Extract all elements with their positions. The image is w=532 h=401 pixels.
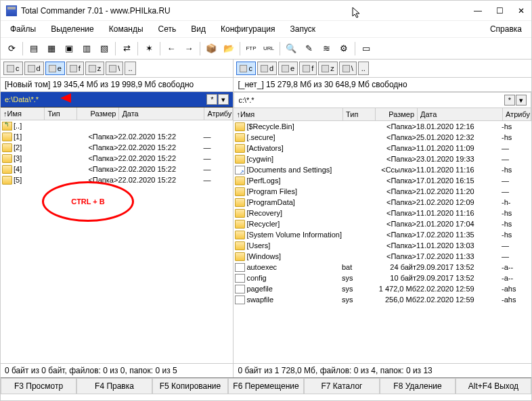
left-file-list[interactable]: [..][1]<Папка>22.02.2020 15:22—[2]<Папка… [1, 120, 233, 363]
file-row[interactable]: [5]<Папка>22.02.2020 15:22— [1, 174, 233, 185]
minimize-button[interactable]: — [473, 6, 483, 16]
path-hist-icon[interactable]: ▾ [516, 95, 527, 105]
ftp-icon[interactable]: FTP [243, 41, 259, 57]
props-icon[interactable]: ⚙ [336, 41, 352, 57]
file-row[interactable]: [1]<Папка>22.02.2020 15:22— [1, 131, 233, 142]
file-attr: — [502, 176, 530, 185]
path-hist-icon[interactable]: ▾ [218, 94, 229, 105]
rename-icon[interactable]: ✎ [301, 41, 317, 57]
file-row[interactable]: [Windows]<Папка>17.02.2020 11:33— [234, 251, 531, 262]
menu-start[interactable]: Запуск [284, 22, 323, 36]
maximize-button[interactable]: ☐ [495, 6, 504, 16]
drive-z[interactable]: z [318, 62, 338, 75]
file-row[interactable]: [Recovery]<Папка>11.01.2020 11:16-hs [234, 208, 531, 218]
f7-mkdir[interactable]: F7 Каталог [304, 378, 380, 394]
search-icon[interactable]: 🔍 [283, 41, 299, 57]
brief-view-icon[interactable]: ▤ [26, 41, 42, 57]
file-row[interactable]: [Program Files]<Папка>21.02.2020 11:20— [234, 186, 531, 197]
file-row[interactable]: [Documents and Settings]<Ссылка>11.01.20… [234, 164, 531, 175]
file-row[interactable]: [.secure]<Папка>25.01.2020 12:32-hs [234, 132, 531, 143]
right-file-list[interactable]: [$Recycle.Bin]<Папка>18.01.2020 12:16-hs… [234, 121, 531, 363]
file-row[interactable]: swapfilesys256,0 Мб22.02.2020 12:59-ahs [234, 294, 531, 305]
url-icon[interactable]: URL [261, 41, 277, 57]
drive-d[interactable]: d [257, 62, 277, 75]
star-icon[interactable]: ✶ [141, 41, 157, 57]
menu-files[interactable]: Файлы [3, 22, 43, 36]
col-name[interactable]: ↑Имя [1, 108, 45, 120]
menu-selection[interactable]: Выделение [44, 22, 101, 36]
col-name[interactable]: ↑Имя [234, 108, 343, 120]
right-columns: ↑Имя Тип Размер Дата Атрибу [234, 108, 531, 121]
refresh-icon[interactable]: ⟳ [3, 41, 20, 57]
left-path-bar[interactable]: e:\Data\*.* * ▾ [1, 92, 233, 108]
menu-commands[interactable]: Команды [102, 22, 150, 36]
col-size[interactable]: Размер [77, 108, 119, 120]
diff-icon[interactable]: ≋ [318, 41, 334, 57]
drive-f[interactable]: f [299, 62, 317, 75]
file-row[interactable]: [cygwin]<Папка>23.01.2020 19:33— [234, 154, 531, 164]
menu-view[interactable]: Вид [184, 22, 213, 36]
col-attr[interactable]: Атрибу [204, 108, 233, 120]
drive-up[interactable]: .. [358, 62, 369, 75]
f6-move[interactable]: F6 Перемещение [228, 378, 304, 394]
file-row[interactable]: pagefilesys1 472,0 Мб22.02.2020 12:59-ah… [234, 283, 531, 294]
forward-icon[interactable]: → [181, 41, 197, 57]
file-date: 21.02.2020 12:09 [416, 198, 502, 206]
drive-net[interactable]: \ [339, 62, 357, 75]
file-row[interactable]: configsys10 байт29.09.2017 13:52-a-- [234, 273, 531, 283]
drive-f[interactable]: f [66, 62, 84, 75]
menu-config[interactable]: Конфигурация [214, 22, 282, 36]
thumb-view-icon[interactable]: ▣ [61, 41, 77, 57]
f4-edit[interactable]: F4 Правка [76, 378, 152, 394]
back-icon[interactable]: ← [163, 41, 179, 57]
col-date[interactable]: Дата [119, 108, 204, 120]
file-row[interactable]: [PerfLogs]<Папка>17.01.2020 16:15— [234, 175, 531, 186]
col-attr[interactable]: Атрибу [503, 108, 531, 120]
ext-icon[interactable]: ▭ [358, 41, 374, 57]
folder-icon [235, 252, 245, 261]
drive-d[interactable]: d [24, 62, 44, 75]
f3-view[interactable]: F3 Просмотр [1, 378, 76, 394]
file-row[interactable]: [System Volume Information]<Папка>17.02.… [234, 229, 531, 240]
custom-view-icon[interactable]: ▧ [96, 41, 112, 57]
file-row[interactable]: [ProgramData]<Папка>21.02.2020 12:09-h- [234, 197, 531, 208]
full-view-icon[interactable]: ▦ [43, 41, 60, 57]
f8-delete[interactable]: F8 Удаление [380, 378, 456, 394]
unpack-icon[interactable]: 📂 [221, 41, 237, 57]
menu-net[interactable]: Сеть [152, 22, 183, 36]
altf4-exit[interactable]: Alt+F4 Выход [456, 378, 531, 394]
col-type[interactable]: Тип [343, 108, 376, 120]
close-button[interactable]: ✕ [516, 6, 526, 16]
drive-e[interactable]: e [278, 62, 298, 75]
drive-up[interactable]: .. [125, 62, 135, 75]
pack-icon[interactable]: 📦 [203, 41, 219, 57]
file-row[interactable]: [Activators]<Папка>11.01.2020 11:09— [234, 143, 531, 154]
sync-icon[interactable]: ⇄ [118, 41, 135, 57]
folder-icon [235, 176, 245, 185]
drive-c[interactable]: c [3, 62, 23, 75]
f5-copy[interactable]: F5 Копирование [152, 378, 228, 394]
folder-icon [235, 241, 245, 250]
file-row[interactable]: autoexecbat24 байт29.09.2017 13:52-a-- [234, 262, 531, 273]
file-row[interactable]: [..] [1, 120, 233, 131]
col-date[interactable]: Дата [418, 108, 503, 120]
path-fav-icon[interactable]: * [504, 95, 515, 105]
file-size: <Папка> [374, 133, 416, 141]
file-row[interactable]: [4]<Папка>22.02.2020 15:22— [1, 164, 233, 174]
drive-z[interactable]: z [85, 62, 105, 75]
path-fav-icon[interactable]: * [206, 94, 217, 105]
col-size[interactable]: Размер [376, 108, 418, 120]
file-row[interactable]: [Users]<Папка>11.01.2020 13:03— [234, 240, 531, 251]
drive-e[interactable]: e [45, 62, 65, 75]
file-size: <Папка> [76, 176, 118, 184]
menu-help[interactable]: Справка [483, 22, 529, 36]
drive-net[interactable]: \ [106, 62, 123, 75]
file-row[interactable]: [$Recycle.Bin]<Папка>18.01.2020 12:16-hs [234, 121, 531, 132]
file-row[interactable]: [2]<Папка>22.02.2020 15:22— [1, 142, 233, 153]
drive-c[interactable]: c [236, 62, 256, 75]
tree-view-icon[interactable]: ▥ [79, 41, 95, 57]
file-row[interactable]: [Recycler]<Папка>21.01.2020 17:04-hs [234, 218, 531, 229]
right-path-bar[interactable]: c:\*.* * ▾ [234, 92, 531, 108]
col-type[interactable]: Тип [45, 108, 77, 120]
file-row[interactable]: [3]<Папка>22.02.2020 15:22— [1, 153, 233, 164]
